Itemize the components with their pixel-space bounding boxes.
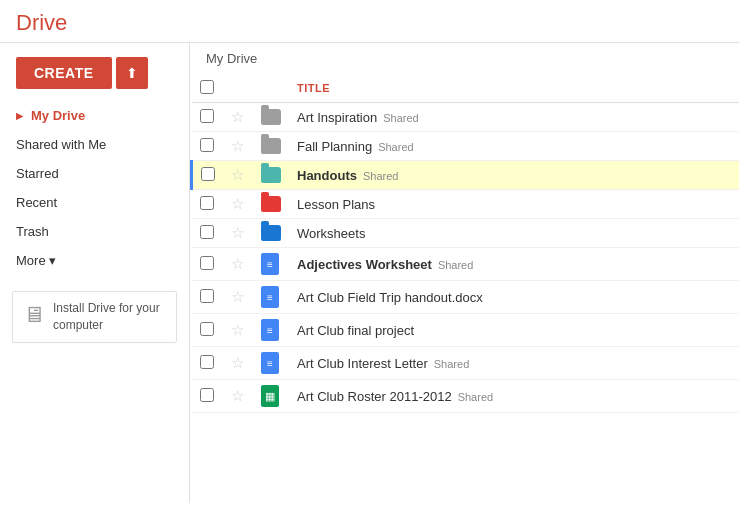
file-name[interactable]: Art Club final project xyxy=(297,323,414,338)
file-name[interactable]: Fall Planning xyxy=(297,139,372,154)
app-title: Drive xyxy=(16,10,67,36)
file-name[interactable]: Art Club Field Trip handout.docx xyxy=(297,290,483,305)
star-icon[interactable]: ☆ xyxy=(231,195,244,212)
breadcrumb: My Drive xyxy=(190,43,739,74)
main-content: My Drive TITLE ☆Art InspirationShared☆Fa… xyxy=(190,43,739,503)
doc-icon xyxy=(261,319,279,341)
row-checkbox[interactable] xyxy=(200,289,214,303)
row-checkbox[interactable] xyxy=(200,225,214,239)
shared-badge: Shared xyxy=(378,141,413,153)
table-row: ☆Fall PlanningShared xyxy=(192,132,740,161)
upload-button[interactable]: ⬆ xyxy=(116,57,148,89)
star-icon[interactable]: ☆ xyxy=(231,387,244,404)
sidebar-item-label: More ▾ xyxy=(16,253,56,268)
shared-badge: Shared xyxy=(363,170,398,182)
files-table: TITLE ☆Art InspirationShared☆Fall Planni… xyxy=(190,74,739,413)
folder-teal-icon xyxy=(261,167,281,183)
file-name[interactable]: Adjectives Worksheet xyxy=(297,257,432,272)
sidebar-item-my-drive[interactable]: My Drive xyxy=(0,101,189,130)
create-button[interactable]: CREATE xyxy=(16,57,112,89)
shared-badge: Shared xyxy=(434,358,469,370)
table-row: ☆Lesson Plans xyxy=(192,190,740,219)
sidebar: CREATE ⬆ My DriveShared with MeStarredRe… xyxy=(0,43,190,503)
files-list: ☆Art InspirationShared☆Fall PlanningShar… xyxy=(192,103,740,413)
title-column-header: TITLE xyxy=(289,74,739,103)
shared-badge: Shared xyxy=(438,259,473,271)
doc-icon xyxy=(261,253,279,275)
sidebar-item-label: Shared with Me xyxy=(16,137,106,152)
sheet-icon xyxy=(261,385,279,407)
row-checkbox[interactable] xyxy=(200,256,214,270)
row-checkbox[interactable] xyxy=(200,355,214,369)
sidebar-item-label: My Drive xyxy=(31,108,85,123)
star-icon[interactable]: ☆ xyxy=(231,224,244,241)
table-row: ☆Art Club Roster 2011-2012Shared xyxy=(192,380,740,413)
table-row: ☆Art InspirationShared xyxy=(192,103,740,132)
table-row: ☆Adjectives WorksheetShared xyxy=(192,248,740,281)
table-row: ☆Art Club final project xyxy=(192,314,740,347)
sidebar-item-more[interactable]: More ▾ xyxy=(0,246,189,275)
table-row: ☆Art Club Interest LetterShared xyxy=(192,347,740,380)
star-icon[interactable]: ☆ xyxy=(231,166,244,183)
star-icon[interactable]: ☆ xyxy=(231,255,244,272)
sidebar-nav: My DriveShared with MeStarredRecentTrash… xyxy=(0,101,189,275)
create-area: CREATE ⬆ xyxy=(0,53,189,101)
upload-icon: ⬆ xyxy=(126,65,138,81)
row-checkbox[interactable] xyxy=(200,196,214,210)
sidebar-item-recent[interactable]: Recent xyxy=(0,188,189,217)
doc-icon xyxy=(261,352,279,374)
install-drive-box[interactable]: 🖥 Install Drive for your computer xyxy=(12,291,177,343)
sidebar-item-label: Starred xyxy=(16,166,59,181)
shared-badge: Shared xyxy=(458,391,493,403)
row-checkbox[interactable] xyxy=(201,167,215,181)
file-name[interactable]: Lesson Plans xyxy=(297,197,375,212)
row-checkbox[interactable] xyxy=(200,138,214,152)
folder-gray-icon xyxy=(261,138,281,154)
install-drive-icon: 🖥 xyxy=(23,302,45,328)
doc-icon xyxy=(261,286,279,308)
star-icon[interactable]: ☆ xyxy=(231,137,244,154)
folder-gray-icon xyxy=(261,109,281,125)
file-name[interactable]: Worksheets xyxy=(297,226,365,241)
select-all-checkbox[interactable] xyxy=(200,80,214,94)
file-name[interactable]: Handouts xyxy=(297,168,357,183)
table-row: ☆Art Club Field Trip handout.docx xyxy=(192,281,740,314)
sidebar-item-starred[interactable]: Starred xyxy=(0,159,189,188)
sidebar-item-label: Recent xyxy=(16,195,57,210)
star-icon[interactable]: ☆ xyxy=(231,354,244,371)
sidebar-item-label: Trash xyxy=(16,224,49,239)
sidebar-item-trash[interactable]: Trash xyxy=(0,217,189,246)
file-name[interactable]: Art Club Interest Letter xyxy=(297,356,428,371)
row-checkbox[interactable] xyxy=(200,388,214,402)
star-icon[interactable]: ☆ xyxy=(231,288,244,305)
shared-badge: Shared xyxy=(383,112,418,124)
sidebar-item-shared-with-me[interactable]: Shared with Me xyxy=(0,130,189,159)
table-row: ☆HandoutsShared xyxy=(192,161,740,190)
row-checkbox[interactable] xyxy=(200,109,214,123)
star-icon[interactable]: ☆ xyxy=(231,321,244,338)
folder-red-icon xyxy=(261,196,281,212)
file-name[interactable]: Art Inspiration xyxy=(297,110,377,125)
install-drive-text: Install Drive for your computer xyxy=(53,300,166,334)
files-table-header: TITLE xyxy=(192,74,740,103)
table-row: ☆Worksheets xyxy=(192,219,740,248)
star-icon[interactable]: ☆ xyxy=(231,108,244,125)
file-name[interactable]: Art Club Roster 2011-2012 xyxy=(297,389,452,404)
folder-blue-icon xyxy=(261,225,281,241)
row-checkbox[interactable] xyxy=(200,322,214,336)
